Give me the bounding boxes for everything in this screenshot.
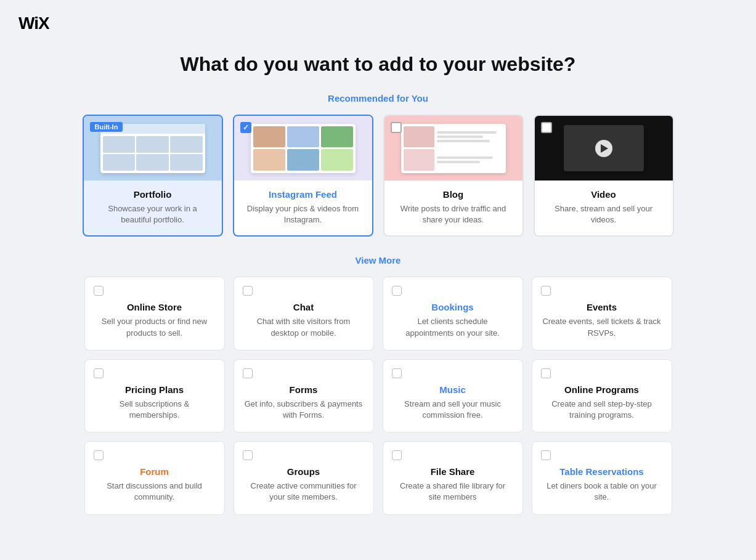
groups-desc: Create active communities for your site …: [244, 481, 364, 503]
portfolio-title: Portfolio: [92, 189, 213, 200]
file-share-checkbox[interactable]: [392, 450, 402, 460]
features-row-1: Online Store Sell your products or find …: [84, 277, 672, 350]
groups-title: Groups: [244, 466, 364, 477]
feature-card-online-store[interactable]: Online Store Sell your products or find …: [84, 277, 225, 350]
feature-card-bookings[interactable]: Bookings Let clients schedule appointmen…: [383, 277, 523, 350]
online-store-desc: Sell your products or find new products …: [95, 316, 214, 338]
music-checkbox[interactable]: [392, 368, 402, 378]
video-checkbox: [541, 122, 552, 133]
feature-card-pricing-plans[interactable]: Pricing Plans Sell subscriptions & membe…: [84, 359, 225, 432]
online-programs-desc: Create and sell step-by-step training pr…: [542, 399, 662, 421]
online-store-checkbox[interactable]: [94, 286, 104, 296]
blog-image: [384, 116, 522, 181]
instagram-checkbox: ✓: [240, 122, 251, 133]
events-checkbox[interactable]: [541, 286, 551, 296]
video-desc: Share, stream and sell your videos.: [543, 203, 664, 225]
feature-card-file-share[interactable]: File Share Create a shared file library …: [383, 441, 523, 514]
music-title: Music: [393, 384, 513, 395]
forum-checkbox[interactable]: [94, 450, 104, 460]
bookings-desc: Let clients schedule appointments on you…: [393, 316, 513, 338]
feature-card-music[interactable]: Music Stream and sell your music commiss…: [383, 359, 523, 432]
pricing-plans-checkbox[interactable]: [94, 368, 104, 378]
video-image: [535, 116, 673, 181]
play-triangle-icon: [601, 144, 608, 153]
table-reservations-checkbox[interactable]: [541, 450, 551, 460]
feature-card-chat[interactable]: Chat Chat with site visitors from deskto…: [234, 277, 374, 350]
instagram-title: Instagram Feed: [243, 189, 364, 200]
portfolio-desc: Showcase your work in a beautiful portfo…: [92, 203, 213, 225]
forum-title: Forum: [95, 466, 214, 477]
chat-title: Chat: [244, 302, 364, 312]
forms-desc: Get info, subscribers & payments with Fo…: [244, 399, 364, 421]
blog-mock: [401, 124, 506, 173]
portfolio-info: Portfolio Showcase your work in a beauti…: [84, 181, 222, 235]
feature-card-groups[interactable]: Groups Create active communities for you…: [234, 441, 374, 514]
page-title: What do you want to add to your website?: [181, 53, 576, 76]
blog-info: Blog Write posts to drive traffic and sh…: [384, 181, 522, 235]
feature-card-table-reservations[interactable]: Table Reservations Let diners book a tab…: [532, 441, 672, 514]
built-in-badge: Built-In: [90, 122, 123, 132]
blog-checkbox: [391, 122, 402, 133]
file-share-title: File Share: [393, 466, 513, 477]
video-title: Video: [543, 189, 664, 200]
features-row-2: Pricing Plans Sell subscriptions & membe…: [84, 359, 672, 432]
features-row-3: Forum Start discussions and build commun…: [84, 441, 672, 514]
rec-card-blog[interactable]: Blog Write posts to drive traffic and sh…: [383, 115, 524, 237]
main-content: What do you want to add to your website?…: [0, 47, 756, 548]
online-programs-checkbox[interactable]: [541, 368, 551, 378]
events-desc: Create events, sell tickets & track RSVP…: [542, 316, 662, 338]
portfolio-image: Built-In: [84, 116, 222, 181]
online-store-title: Online Store: [95, 302, 214, 312]
view-more-label[interactable]: View More: [356, 255, 401, 266]
bookings-checkbox[interactable]: [392, 286, 402, 296]
table-reservations-title: Table Reservations: [542, 466, 662, 477]
instagram-mock: [251, 124, 356, 173]
feature-card-forms[interactable]: Forms Get info, subscribers & payments w…: [234, 359, 374, 432]
instagram-image: ✓: [234, 116, 372, 181]
play-button: [595, 140, 612, 157]
wix-logo: WiX: [0, 0, 756, 47]
blog-title: Blog: [393, 189, 514, 200]
rec-card-instagram[interactable]: ✓ Instagram Feed Display your pics & vid…: [233, 115, 373, 237]
file-share-desc: Create a shared file library for site me…: [393, 481, 513, 503]
instagram-info: Instagram Feed Display your pics & video…: [234, 181, 372, 235]
bookings-title: Bookings: [393, 302, 513, 312]
groups-checkbox[interactable]: [243, 450, 253, 460]
video-info: Video Share, stream and sell your videos…: [535, 181, 673, 235]
events-title: Events: [542, 302, 662, 312]
forms-title: Forms: [244, 384, 364, 395]
pricing-plans-desc: Sell subscriptions & memberships.: [95, 399, 214, 421]
feature-card-online-programs[interactable]: Online Programs Create and sell step-by-…: [532, 359, 672, 432]
pricing-plans-title: Pricing Plans: [95, 384, 214, 395]
feature-card-events[interactable]: Events Create events, sell tickets & tra…: [532, 277, 672, 350]
features-section: Online Store Sell your products or find …: [84, 277, 672, 523]
forum-desc: Start discussions and build community.: [95, 481, 214, 503]
rec-card-video[interactable]: Video Share, stream and sell your videos…: [534, 115, 674, 237]
recommended-label: Recommended for You: [328, 93, 428, 103]
forms-checkbox[interactable]: [243, 368, 253, 378]
chat-checkbox[interactable]: [243, 286, 253, 296]
online-programs-title: Online Programs: [542, 384, 662, 395]
feature-card-forum[interactable]: Forum Start discussions and build commun…: [84, 441, 225, 514]
blog-desc: Write posts to drive traffic and share y…: [393, 203, 514, 225]
recommended-grid: Built-In: [83, 115, 674, 237]
table-reservations-desc: Let diners book a table on your site.: [542, 481, 662, 503]
rec-card-portfolio[interactable]: Built-In: [83, 115, 223, 237]
music-desc: Stream and sell your music commission fr…: [393, 399, 513, 421]
video-mock: [564, 125, 644, 171]
instagram-desc: Display your pics & videos from Instagra…: [243, 203, 364, 225]
chat-desc: Chat with site visitors from desktop or …: [244, 316, 364, 338]
